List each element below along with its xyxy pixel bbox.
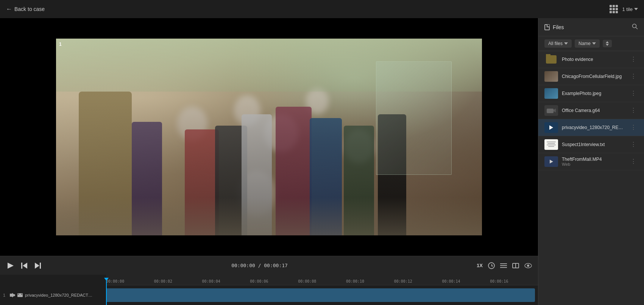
file-thumb-example [544, 88, 558, 99]
track-content[interactable] [106, 288, 535, 302]
video-frame: 1 [56, 39, 482, 235]
name-sort-label: Name [579, 41, 591, 46]
list-line-3 [500, 267, 507, 268]
track-playhead [106, 278, 107, 305]
ruler-mark-1: 00:00:02 [154, 279, 202, 283]
ruler-mark-0: 00:00:00 [106, 279, 154, 283]
file-more-suspect-txt[interactable]: ⋮ [629, 142, 638, 148]
track-volume-icon[interactable] [10, 293, 15, 297]
file-name-photo-evidence: Photo evidence [562, 57, 625, 62]
file-thumb-chicago [544, 71, 558, 82]
ruler-mark-3: 00:00:06 [250, 279, 298, 283]
file-more-camera[interactable]: ⋮ [629, 107, 638, 114]
file-info-privacy-video: privacyvideo_1280x720_REDACTED... [562, 125, 625, 130]
ruler-mark-2: 00:00:04 [202, 279, 250, 283]
video-scene [56, 39, 482, 235]
file-more-chicago[interactable]: ⋮ [629, 73, 638, 79]
ruler-mark-8: 00:00:16 [490, 279, 538, 283]
panel-icon[interactable] [512, 263, 519, 268]
all-files-filter[interactable]: All files [544, 39, 572, 48]
svg-marker-5 [554, 109, 556, 112]
grid-dot [613, 11, 615, 13]
top-bar: ← Back to case 1 tile [0, 0, 644, 18]
grid-dot [610, 8, 612, 10]
file-item-chicago-jpg[interactable]: ChicagoFromCellularField.jpg ⋮ [538, 68, 644, 85]
ruler-mark-4: 00:00:08 [298, 279, 346, 283]
file-more-privacy-video[interactable]: ⋮ [629, 124, 638, 131]
web-play-icon [550, 160, 553, 163]
play-button[interactable] [6, 261, 15, 270]
file-more-example[interactable]: ⋮ [629, 90, 638, 96]
video-viewport[interactable]: 1 [0, 18, 538, 256]
list-line-1 [500, 263, 507, 264]
grid-dot [613, 8, 615, 10]
grid-dot [610, 5, 612, 7]
camera-icon-svg [546, 107, 557, 114]
file-info-photo-evidence: Photo evidence [562, 57, 625, 62]
file-thumb-txt [544, 139, 558, 150]
file-thumb-folder [544, 54, 558, 65]
grid-dot [613, 5, 615, 7]
file-name-chicago: ChicagoFromCellularField.jpg [562, 74, 625, 79]
file-item-office-camera[interactable]: Office Camera.g64 ⋮ [538, 102, 644, 119]
right-controls: 1X [477, 262, 532, 269]
film-icon [17, 293, 23, 297]
file-list: Photo evidence ⋮ ChicagoFromCellularFiel… [538, 51, 644, 305]
sort-order-button[interactable] [603, 40, 612, 47]
search-button[interactable] [632, 23, 638, 31]
sort-arrows-icon [606, 41, 609, 46]
grid-dot [610, 11, 612, 13]
file-name-example: ExamplePhoto.jpeg [562, 91, 625, 96]
file-info-suspect-txt: Suspect1Interview.txt [562, 142, 625, 147]
ruler-marks: 00:00:00 00:00:02 00:00:04 00:00:06 00:0… [106, 275, 538, 285]
ruler-mark-6: 00:00:12 [394, 279, 442, 283]
top-bar-right: 1 tile [610, 5, 638, 13]
grid-view-icon[interactable] [610, 5, 618, 13]
grid-dot [616, 5, 618, 7]
timeline-area: 00:00:00 00:00:02 00:00:04 00:00:06 00:0… [0, 275, 538, 305]
file-name-suspect-txt: Suspect1Interview.txt [562, 142, 625, 147]
svg-rect-4 [547, 109, 554, 113]
all-files-chevron [564, 42, 568, 45]
file-item-privacy-video[interactable]: privacyvideo_1280x720_REDACTED... ⋮ [538, 119, 644, 136]
arrow-down-icon [606, 44, 609, 46]
name-sort-filter[interactable]: Name [575, 39, 600, 48]
file-sub-theft-mp4: Web [562, 162, 625, 167]
timeline-tracks: 1 privacyvideo_1280x720_REDACTE... [0, 285, 538, 305]
file-info-theft-mp4: TheftFromMall.MP4 Web [562, 157, 625, 167]
skip-tri-fwd [35, 263, 39, 269]
speed-badge[interactable]: 1X [477, 263, 483, 268]
search-icon-svg [632, 23, 638, 30]
file-thumb-camera [544, 105, 558, 116]
panel-header: Files [538, 18, 644, 36]
eye-icon[interactable] [524, 263, 532, 268]
clock-icon[interactable] [488, 262, 495, 269]
all-files-label: All files [548, 41, 563, 46]
back-arrow-icon: ← [6, 6, 12, 12]
skip-forward-button[interactable] [33, 261, 42, 270]
tile-select[interactable]: 1 tile [622, 6, 638, 12]
skip-back-icon [21, 263, 27, 269]
track-label: 1 privacyvideo_1280x720_REDACTE... [0, 293, 106, 297]
frame-number: 1 [59, 42, 62, 47]
panel-title-label: Files [553, 24, 564, 30]
file-thumb-privacy-video [544, 122, 558, 133]
eye-icon-svg [524, 263, 532, 268]
list-icon[interactable] [500, 263, 507, 268]
folder-shape [546, 55, 557, 64]
file-more-theft-mp4[interactable]: ⋮ [629, 159, 638, 165]
back-to-case-link[interactable]: ← Back to case [6, 6, 45, 12]
files-icon [544, 24, 550, 30]
timeline-ruler: 00:00:00 00:00:02 00:00:04 00:00:06 00:0… [106, 275, 538, 285]
back-label: Back to case [14, 6, 45, 12]
list-line-2 [500, 265, 507, 266]
file-item-photo-evidence[interactable]: Photo evidence ⋮ [538, 51, 644, 68]
track-number: 1 [3, 293, 8, 297]
file-item-theft-mp4[interactable]: TheftFromMall.MP4 Web ⋮ [538, 153, 644, 170]
skip-back-button[interactable] [20, 261, 29, 270]
file-info-example: ExamplePhoto.jpeg [562, 91, 625, 96]
file-item-example-jpeg[interactable]: ExamplePhoto.jpeg ⋮ [538, 85, 644, 102]
file-more-photo-evidence[interactable]: ⋮ [629, 56, 638, 62]
file-item-suspect-txt[interactable]: Suspect1Interview.txt ⋮ [538, 136, 644, 153]
play-icon [8, 263, 14, 269]
